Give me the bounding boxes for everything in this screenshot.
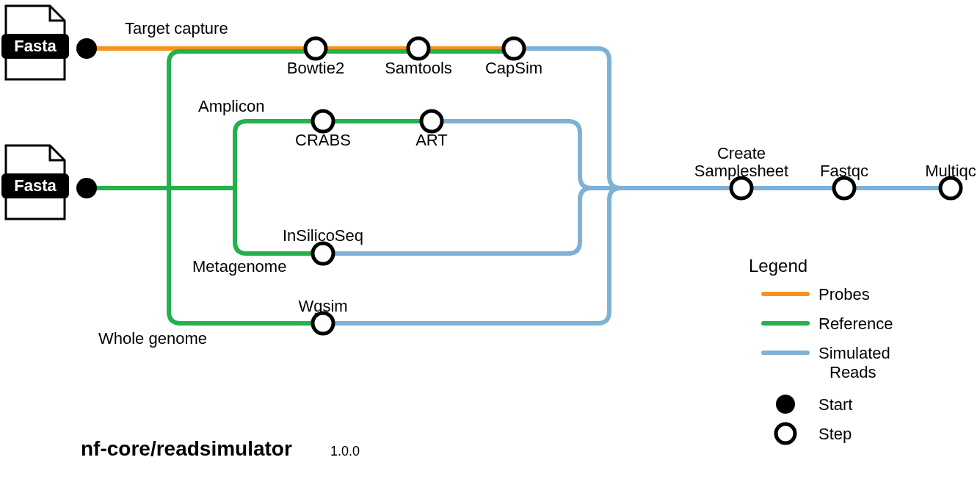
- step-label-fastqc: Fastqc: [820, 162, 868, 180]
- legend: Legend Probes Reference Simulated Reads …: [749, 256, 893, 443]
- legend-title: Legend: [749, 256, 807, 276]
- start-node-probes: [76, 38, 97, 59]
- start-node-reference: [76, 178, 97, 198]
- step-label-samtools: Samtools: [385, 59, 452, 77]
- legend-label-step: Step: [819, 425, 852, 443]
- legend-label-simulated-2: Reads: [830, 363, 876, 381]
- page-version: 1.0.0: [330, 444, 360, 459]
- pipeline-diagram: Fasta Fasta Target capture Amplicon Meta…: [0, 0, 980, 496]
- step-label-insilicoseq: InSilicoSeq: [283, 226, 363, 245]
- branch-label-whole-genome: Whole genome: [98, 329, 207, 348]
- step-label-samplesheet: Samplesheet: [694, 162, 788, 180]
- step-label-art: ART: [415, 131, 448, 149]
- step-label-wgsim: Wgsim: [298, 297, 347, 315]
- step-node-create-samplesheet: [731, 178, 752, 198]
- branch-label-metagenome: Metagenome: [192, 257, 286, 276]
- step-label-crabs: CRABS: [295, 131, 351, 149]
- file-icon-reference: Fasta: [1, 145, 69, 219]
- legend-swatch-step: [776, 424, 795, 443]
- branch-label-amplicon: Amplicon: [198, 97, 264, 115]
- legend-label-probes: Probes: [819, 285, 870, 303]
- file-label-probes: Fasta: [14, 37, 57, 55]
- file-label-reference: Fasta: [14, 176, 57, 195]
- branch-label-target-capture: Target capture: [125, 19, 228, 37]
- step-node-fastqc: [834, 178, 854, 198]
- page-title: nf-core/readsimulator: [81, 437, 292, 460]
- step-node-insilicoseq: [313, 243, 333, 264]
- legend-label-start: Start: [819, 395, 852, 414]
- step-node-art: [421, 111, 442, 132]
- edge-sim-from-insilicoseq: [323, 188, 741, 254]
- step-label-capsim: CapSim: [485, 59, 542, 77]
- step-node-multiqc: [940, 178, 961, 198]
- step-node-samtools: [408, 38, 429, 59]
- legend-swatch-start: [776, 395, 795, 414]
- step-node-wgsim: [313, 313, 333, 334]
- legend-label-reference: Reference: [819, 315, 893, 333]
- file-icon-probes: Fasta: [1, 6, 69, 79]
- step-node-capsim: [504, 38, 524, 59]
- step-label-multiqc: Multiqc: [925, 162, 976, 180]
- legend-label-simulated-1: Simulated: [819, 344, 890, 362]
- step-node-bowtie2: [305, 38, 326, 59]
- step-node-crabs: [313, 111, 333, 132]
- step-label-bowtie2: Bowtie2: [287, 59, 344, 77]
- step-label-create: Create: [717, 144, 766, 162]
